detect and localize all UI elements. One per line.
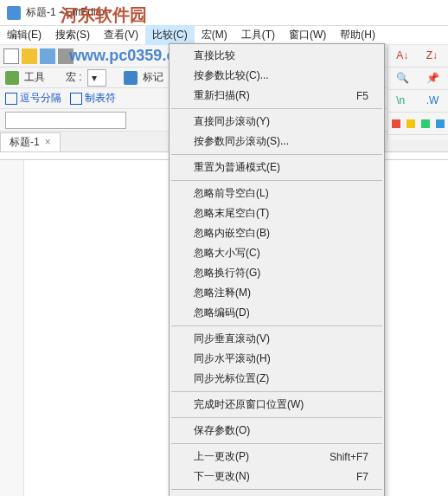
menu-shortcut: F7 <box>356 471 368 483</box>
menu-separator <box>171 180 382 181</box>
menu-item-15[interactable]: 忽略编码(D) <box>170 303 384 323</box>
sort-az-icon[interactable]: A↓ <box>396 49 410 63</box>
menu-item-label: 重新扫描(R) <box>194 88 250 103</box>
menu-item-4[interactable]: 直接同步滚动(Y) <box>170 112 384 132</box>
menu-separator <box>171 391 382 392</box>
tool-icon[interactable] <box>5 71 19 85</box>
color4-icon[interactable] <box>436 119 445 128</box>
menu-item-26[interactable]: 下一更改(N)F7 <box>170 467 384 486</box>
menu-item-label: 忽略编码(D) <box>194 306 250 320</box>
menu-item-label: 按参数同步滚动(S)... <box>194 134 289 149</box>
menu-item-label: 同步光标位置(Z) <box>194 371 269 386</box>
menu-7[interactable]: 帮助(H) <box>333 25 382 45</box>
menu-item-label: 忽略前导空白(L) <box>194 186 269 201</box>
menu-separator <box>171 489 382 490</box>
menu-1[interactable]: 搜索(S) <box>48 25 97 45</box>
open-icon[interactable] <box>22 48 37 64</box>
macro-combo[interactable]: ▾ <box>87 69 106 87</box>
menu-item-label: 忽略末尾空白(T) <box>194 206 269 221</box>
macro-label: 宏 : <box>66 70 82 85</box>
tab-title: 标题-1 <box>10 135 40 150</box>
menu-item-label: 按参数比较(C)... <box>194 68 269 83</box>
menu-item-label: 下一更改(N) <box>194 469 250 484</box>
menu-3[interactable]: 比较(C) <box>145 25 195 45</box>
menu-4[interactable]: 宏(M) <box>195 25 234 45</box>
watermark-cn: 河东软件园 <box>61 3 147 27</box>
menu-item-label: 完成时还原窗口位置(W) <box>194 397 304 412</box>
menu-separator <box>171 154 382 155</box>
menu-item-label: 忽略大小写(C) <box>194 246 260 261</box>
close-icon[interactable]: × <box>45 136 51 148</box>
menu-item-label: 忽略换行符(G) <box>194 266 260 280</box>
menu-item-18[interactable]: 同步水平滚动(H) <box>170 349 384 369</box>
compare-menu: 直接比较按参数比较(C)...重新扫描(R)F5直接同步滚动(Y)按参数同步滚动… <box>169 43 385 496</box>
menu-item-19[interactable]: 同步光标位置(Z) <box>170 369 384 389</box>
menu-shortcut: F5 <box>356 90 368 102</box>
n-icon[interactable]: \n <box>396 94 410 108</box>
document-tab[interactable]: 标题-1 × <box>0 132 61 151</box>
save-icon[interactable] <box>40 48 55 64</box>
menu-item-17[interactable]: 同步垂直滚动(V) <box>170 329 384 349</box>
sort-za-icon[interactable]: Z↓ <box>426 49 440 63</box>
menu-item-21[interactable]: 完成时还原窗口位置(W) <box>170 395 384 415</box>
menu-item-label: 保存参数(O) <box>194 423 250 438</box>
color1-icon[interactable] <box>392 119 400 128</box>
menu-item-0[interactable]: 直接比较 <box>170 46 384 66</box>
menu-shortcut: Shift+F7 <box>330 451 368 463</box>
mark-label: 标记 <box>143 70 163 85</box>
menu-item-label: 上一更改(P) <box>194 449 249 464</box>
menu-item-13[interactable]: 忽略换行符(G) <box>170 263 384 283</box>
menu-separator <box>171 325 382 326</box>
w-icon[interactable]: .W <box>426 94 440 108</box>
tool-label: 工具 <box>24 70 45 85</box>
menu-item-label: 同步垂直滚动(V) <box>194 332 270 346</box>
menu-separator <box>171 417 382 418</box>
menu-item-5[interactable]: 按参数同步滚动(S)... <box>170 132 384 151</box>
menu-item-12[interactable]: 忽略大小写(C) <box>170 243 384 263</box>
menu-item-23[interactable]: 保存参数(O) <box>170 421 384 441</box>
menu-item-28[interactable]: 为有改动的行设置书签(K) <box>170 493 384 496</box>
menu-item-14[interactable]: 忽略注释(M) <box>170 283 384 303</box>
combo-1[interactable] <box>5 112 126 129</box>
menu-item-1[interactable]: 按参数比较(C)... <box>170 66 384 86</box>
menu-item-label: 同步水平滚动(H) <box>194 351 271 366</box>
new-icon[interactable] <box>3 48 19 64</box>
watermark-url: www.pc0359.cn <box>69 47 184 65</box>
menu-item-10[interactable]: 忽略末尾空白(T) <box>170 203 384 223</box>
menu-item-11[interactable]: 忽略内嵌空白(B) <box>170 223 384 243</box>
menu-item-2[interactable]: 重新扫描(R)F5 <box>170 86 384 106</box>
menu-separator <box>171 443 382 444</box>
menu-item-9[interactable]: 忽略前导空白(L) <box>170 184 384 203</box>
side-toolbar: A↓Z↓ 🔍📌 \n.W <box>387 45 448 140</box>
app-icon <box>7 6 21 20</box>
line-gutter <box>0 160 24 496</box>
menu-item-label: 忽略内嵌空白(B) <box>194 226 270 241</box>
menu-item-7[interactable]: 重置为普通模式(E) <box>170 158 384 177</box>
menu-item-label: 直接同步滚动(Y) <box>194 114 270 129</box>
mark-icon[interactable] <box>124 71 138 85</box>
menu-0[interactable]: 编辑(E) <box>0 25 48 45</box>
color3-icon[interactable] <box>421 119 430 128</box>
color2-icon[interactable] <box>406 119 415 128</box>
csv-comma[interactable]: 逗号分隔 <box>5 91 61 106</box>
find-icon[interactable]: 🔍 <box>396 72 410 86</box>
menubar: 编辑(E)搜索(S)查看(V)比较(C)宏(M)工具(T)窗口(W)帮助(H) <box>0 26 448 45</box>
menu-item-label: 重置为普通模式(E) <box>194 160 280 175</box>
menu-separator <box>171 108 382 109</box>
menu-item-label: 忽略注释(M) <box>194 286 251 300</box>
menu-2[interactable]: 查看(V) <box>97 25 145 45</box>
menu-5[interactable]: 工具(T) <box>234 25 282 45</box>
menu-item-label: 直接比较 <box>194 48 235 63</box>
menu-6[interactable]: 窗口(W) <box>282 25 333 45</box>
pin-icon[interactable]: 📌 <box>426 72 440 86</box>
csv-tab[interactable]: 制表符 <box>70 91 116 106</box>
menu-item-25[interactable]: 上一更改(P)Shift+F7 <box>170 447 384 467</box>
